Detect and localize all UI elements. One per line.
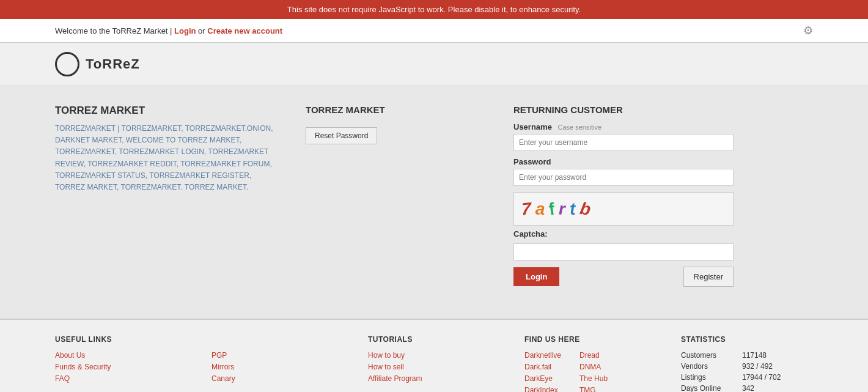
footer-useful-links-2: X PGP Mirrors Canary bbox=[211, 335, 344, 392]
button-row: Login Register bbox=[513, 267, 734, 287]
logo-circle-icon bbox=[55, 52, 79, 76]
find-us-right: Dread DNMA The Hub TMG bbox=[579, 351, 608, 392]
footer-link-darknetlive[interactable]: Darknetlive bbox=[524, 351, 561, 360]
stat-label-listings: Listings bbox=[681, 373, 730, 382]
footer-link-mirrors[interactable]: Mirrors bbox=[211, 363, 344, 371]
password-label: Password bbox=[513, 157, 551, 166]
left-title: TORREZ MARKET bbox=[55, 105, 281, 117]
logo-bar: ToRReZ bbox=[0, 43, 868, 86]
footer-link-darkindex[interactable]: DarkIndex bbox=[524, 386, 561, 392]
main-content: TORREZ MARKET TORREZMARKET | TORREZMARKE… bbox=[0, 86, 868, 319]
footer-link-darkeye[interactable]: DarkEye bbox=[524, 374, 561, 383]
register-button[interactable]: Register bbox=[683, 267, 734, 287]
stat-value-vendors: 932 / 492 bbox=[742, 362, 773, 371]
footer-link-tmg[interactable]: TMG bbox=[579, 386, 608, 392]
login-link[interactable]: Login bbox=[174, 26, 196, 35]
top-banner: This site does not require JavaScript to… bbox=[0, 0, 868, 19]
footer-tutorials: TUTORIALS How to buy How to sell Affilia… bbox=[368, 335, 500, 392]
username-label: Username bbox=[513, 122, 552, 131]
footer: USEFUL LINKS About Us Funds & Security F… bbox=[0, 319, 868, 392]
footer-find-us: FIND US HERE Darknetlive Dark.fail DarkE… bbox=[524, 335, 657, 392]
footer-statistics: STATISTICS Customers 117148 Vendors 932 … bbox=[681, 335, 813, 392]
captcha-char-5: t bbox=[570, 199, 578, 219]
captcha-char-4: r bbox=[559, 199, 568, 219]
stat-row-vendors: Vendors 932 / 492 bbox=[681, 362, 813, 371]
settings-icon[interactable]: ⚙ bbox=[803, 24, 813, 37]
stat-value-days-online: 342 bbox=[742, 384, 754, 392]
captcha-group: Captcha: bbox=[513, 229, 734, 261]
footer-link-faq[interactable]: FAQ bbox=[55, 374, 187, 383]
welcome-bar: Welcome to the ToRReZ Market | Login or … bbox=[0, 19, 868, 43]
find-us-left: Darknetlive Dark.fail DarkEye DarkIndex bbox=[524, 351, 561, 392]
stat-label-vendors: Vendors bbox=[681, 362, 730, 371]
reset-password-button[interactable]: Reset Password bbox=[306, 127, 377, 144]
password-input[interactable] bbox=[513, 169, 734, 186]
footer-link-about[interactable]: About Us bbox=[55, 351, 187, 360]
captcha-char-3: f bbox=[548, 199, 558, 219]
stat-row-listings: Listings 17944 / 702 bbox=[681, 373, 813, 382]
middle-column: TORREZ MARKET Reset Password bbox=[306, 105, 489, 300]
footer-link-affiliate[interactable]: Affiliate Program bbox=[368, 374, 500, 383]
stat-row-customers: Customers 117148 bbox=[681, 351, 813, 360]
footer-link-canary[interactable]: Canary bbox=[211, 374, 344, 383]
mid-title: TORREZ MARKET bbox=[306, 105, 489, 115]
useful-links-heading: USEFUL LINKS bbox=[55, 335, 187, 344]
footer-link-pgp[interactable]: PGP bbox=[211, 351, 344, 360]
stat-row-days-online: Days Online 342 bbox=[681, 384, 813, 392]
statistics-heading: STATISTICS bbox=[681, 335, 813, 344]
returning-customer-title: RETURNING CUSTOMER bbox=[513, 105, 734, 115]
username-group: Username Case sensitive bbox=[513, 122, 734, 151]
footer-link-dnma[interactable]: DNMA bbox=[579, 363, 608, 371]
case-sensitive-label: Case sensitive bbox=[558, 124, 602, 131]
stat-label-days-online: Days Online bbox=[681, 384, 730, 392]
footer-link-dread[interactable]: Dread bbox=[579, 351, 608, 360]
captcha-char-1: 7 bbox=[521, 199, 533, 220]
footer-link-darkfail[interactable]: Dark.fail bbox=[524, 363, 561, 371]
footer-link-how-to-sell[interactable]: How to sell bbox=[368, 363, 500, 371]
welcome-text: Welcome to the ToRReZ Market | Login or … bbox=[55, 26, 282, 35]
captcha-image: 7 a f r t b bbox=[513, 192, 734, 226]
logo-text: ToRReZ bbox=[86, 56, 140, 72]
footer-link-the-hub[interactable]: The Hub bbox=[579, 374, 608, 383]
stat-value-customers: 117148 bbox=[742, 351, 767, 360]
tutorials-heading: TUTORIALS bbox=[368, 335, 500, 344]
right-column: RETURNING CUSTOMER Username Case sensiti… bbox=[513, 105, 734, 300]
create-account-link[interactable]: Create new account bbox=[207, 26, 282, 35]
captcha-label: Captcha: bbox=[513, 229, 734, 239]
login-button[interactable]: Login bbox=[513, 267, 559, 286]
find-us-heading: FIND US HERE bbox=[524, 335, 657, 344]
password-group: Password bbox=[513, 157, 734, 186]
stat-value-listings: 17944 / 702 bbox=[742, 373, 781, 382]
left-column: TORREZ MARKET TORREZMARKET | TORREZMARKE… bbox=[55, 105, 281, 300]
username-input[interactable] bbox=[513, 134, 734, 151]
left-description: TORREZMARKET | TORREZMARKET, TORREZMARKE… bbox=[55, 123, 281, 193]
captcha-char-6: b bbox=[578, 198, 594, 219]
captcha-char-2: a bbox=[535, 199, 547, 219]
stat-label-customers: Customers bbox=[681, 351, 730, 360]
footer-useful-links: USEFUL LINKS About Us Funds & Security F… bbox=[55, 335, 187, 392]
banner-text: This site does not require JavaScript to… bbox=[287, 5, 581, 14]
footer-link-how-to-buy[interactable]: How to buy bbox=[368, 351, 500, 360]
footer-link-funds[interactable]: Funds & Security bbox=[55, 363, 187, 371]
captcha-input[interactable] bbox=[513, 243, 734, 261]
